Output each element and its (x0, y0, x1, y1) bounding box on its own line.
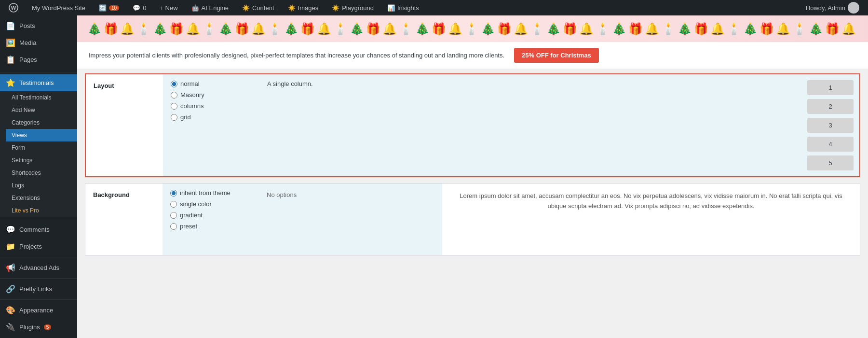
comments-item[interactable]: 💬 0 (130, 0, 149, 15)
new-content-label: + New (160, 4, 177, 12)
sidebar-item-extensions[interactable]: Extensions (6, 192, 77, 204)
sidebar-item-plugins[interactable]: 🔌 Plugins 5 (0, 319, 77, 336)
layout-option-normal[interactable]: normal (171, 80, 252, 87)
site-name-item[interactable]: My WordPress Site (29, 0, 88, 15)
bg-preset-label: preset (180, 223, 197, 230)
no-options-text: No options (267, 191, 297, 198)
add-new-label: Add New (12, 107, 35, 113)
background-section-label: Background (85, 183, 163, 255)
sidebar-item-comments[interactable]: 💬 Comments (0, 221, 77, 238)
content-icon: ☀️ (242, 4, 250, 12)
layout-radio-normal[interactable] (171, 81, 177, 87)
layout-section-label: Layout (86, 74, 163, 176)
comments-sidebar-icon: 💬 (6, 225, 15, 234)
layout-masonry-label: Masonry (180, 91, 204, 99)
background-section: Background inherit from theme single col… (85, 183, 860, 255)
layout-section: Layout normal Masonry (85, 73, 860, 177)
sidebar-item-advanced-ads-label: Advanced Ads (19, 264, 59, 271)
layout-grid-label: grid (180, 113, 191, 121)
sidebar-item-categories[interactable]: Categories (6, 116, 77, 129)
layout-radio-grid[interactable] (171, 114, 177, 121)
sidebar-item-all-testimonials[interactable]: All Testimonials (6, 91, 77, 104)
column-btn-4[interactable]: 4 (807, 137, 854, 152)
sidebar-item-testimonials[interactable]: ⭐ Testimonials (0, 74, 77, 91)
sidebar-item-logs[interactable]: Logs (6, 179, 77, 192)
bg-radio-gradient[interactable] (170, 212, 177, 219)
sidebar-item-advanced-ads[interactable]: 📢 Advanced Ads (0, 259, 77, 276)
sidebar-item-comments-label: Comments (19, 226, 50, 233)
background-preview-text: Lorem ipsum dolor sit amet, accusam comp… (454, 191, 848, 211)
shortcodes-label: Shortcodes (12, 169, 41, 176)
layout-radio-masonry[interactable] (171, 92, 177, 99)
form-label: Form (12, 144, 25, 151)
sidebar-item-projects[interactable]: 📁 Projects (0, 238, 77, 255)
content-label: Content (252, 4, 274, 12)
sidebar-item-add-new[interactable]: Add New (6, 104, 77, 116)
layout-columns-label: columns (180, 102, 203, 110)
bg-gradient-label: gradient (180, 211, 203, 219)
logs-label: Logs (12, 182, 24, 189)
main-content: 🎄🎁🔔🕯️🎄🎁🔔🕯️🎄🎁🔔🕯️🎄🎁🔔🕯️🎄🎁🔔🕯️🎄🎁🔔🕯️🎄🎁🔔🕯️🎄🎁🔔🕯️… (77, 15, 868, 338)
advanced-ads-icon: 📢 (6, 263, 15, 272)
ai-engine-label: AI Engine (202, 4, 229, 12)
sidebar-item-pages[interactable]: 📋 Pages (0, 51, 77, 68)
column-btn-2[interactable]: 2 (807, 99, 854, 114)
sidebar-item-media[interactable]: 🖼️ Media (0, 34, 77, 51)
posts-icon: 📄 (6, 21, 15, 30)
layout-normal-label: normal (180, 80, 200, 87)
bg-option-single-color[interactable]: single color (170, 200, 251, 208)
playground-label: Playground (342, 4, 374, 12)
layout-option-columns[interactable]: columns (171, 102, 252, 110)
banner-decorative: 🎄🎁🔔🕯️🎄🎁🔔🕯️🎄🎁🔔🕯️🎄🎁🔔🕯️🎄🎁🔔🕯️🎄🎁🔔🕯️🎄🎁🔔🕯️🎄🎁🔔🕯️… (77, 15, 868, 42)
bg-radio-single-color[interactable] (170, 201, 177, 208)
layout-option-masonry[interactable]: Masonry (171, 91, 252, 99)
bg-radio-preset[interactable] (170, 223, 177, 230)
sidebar-item-form[interactable]: Form (6, 141, 77, 154)
sidebar-item-settings[interactable]: Settings (6, 154, 77, 167)
wp-logo-item[interactable]: W (6, 0, 21, 15)
insights-label: Insights (397, 4, 419, 12)
sidebar-item-views[interactable]: Views (6, 129, 77, 141)
insights-item[interactable]: 📊 Insights (384, 0, 422, 15)
sidebar-item-plugins-label: Plugins (19, 324, 40, 331)
sidebar-item-shortcodes[interactable]: Shortcodes (6, 167, 77, 179)
svg-text:W: W (11, 5, 16, 11)
howdy-item[interactable]: Howdy, Admin (803, 0, 862, 15)
layout-radio-columns[interactable] (171, 103, 177, 110)
appearance-icon: 🎨 (6, 306, 15, 315)
layout-option-grid[interactable]: grid (171, 113, 252, 121)
avatar (848, 2, 859, 14)
bg-radio-inherit[interactable] (170, 190, 177, 197)
sidebar-item-pretty-links[interactable]: 🔗 Pretty Links (0, 281, 77, 297)
sidebar-item-appearance-label: Appearance (19, 307, 53, 314)
images-label: Images (298, 4, 319, 12)
bg-option-inherit[interactable]: inherit from theme (170, 189, 251, 197)
column-btn-1[interactable]: 1 (807, 80, 854, 95)
images-item[interactable]: ☀️ Images (285, 0, 322, 15)
pretty-links-icon: 🔗 (6, 284, 15, 294)
content-item[interactable]: ☀️ Content (239, 0, 277, 15)
site-name: My WordPress Site (32, 4, 85, 12)
new-content-item[interactable]: + New (157, 0, 180, 15)
updates-count: 10 (109, 5, 119, 11)
sidebar-item-posts[interactable]: 📄 Posts (0, 17, 77, 34)
bg-option-gradient[interactable]: gradient (170, 211, 251, 219)
ai-engine-icon: 🤖 (191, 4, 199, 12)
categories-label: Categories (12, 119, 40, 126)
testimonials-icon: ⭐ (6, 78, 15, 87)
media-icon: 🖼️ (6, 38, 15, 47)
sidebar-item-lite-vs-pro[interactable]: Lite vs Pro (6, 204, 77, 217)
sidebar-item-appearance[interactable]: 🎨 Appearance (0, 302, 77, 319)
playground-item[interactable]: ☀️ Playground (329, 0, 377, 15)
christmas-offer-button[interactable]: 25% OFF for Christmas (514, 48, 599, 63)
sidebar-item-pages-label: Pages (19, 56, 37, 63)
column-btn-5[interactable]: 5 (807, 155, 854, 170)
column-btn-3[interactable]: 3 (807, 118, 854, 133)
ai-engine-item[interactable]: 🤖 AI Engine (189, 0, 231, 15)
bg-single-color-label: single color (180, 200, 212, 208)
bg-option-preset[interactable]: preset (170, 223, 251, 230)
all-testimonials-label: All Testimonials (12, 94, 51, 101)
playground-icon: ☀️ (332, 4, 339, 12)
sidebar-item-posts-label: Posts (19, 22, 35, 29)
updates-item[interactable]: 🔄 10 (96, 0, 122, 15)
